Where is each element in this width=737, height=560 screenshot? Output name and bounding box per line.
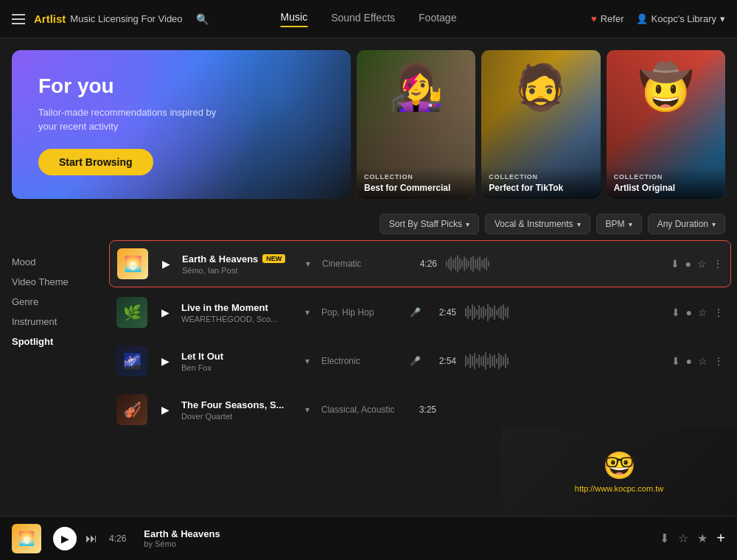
track-thumbnail: 🎻 <box>116 394 147 425</box>
expand-icon[interactable]: ▾ <box>305 307 310 318</box>
download-icon[interactable]: ⬇ <box>671 258 680 270</box>
sidebar-item-video-theme[interactable]: Video Theme <box>12 272 91 292</box>
track-genre: Pop, Hip Hop <box>321 307 410 318</box>
track-artist: Dover Quartet <box>181 412 299 421</box>
more-options-icon[interactable]: ⋮ <box>713 307 724 318</box>
add-to-collection-icon[interactable]: ● <box>686 355 692 367</box>
player-title: Earth & Heavens <box>144 528 220 539</box>
brand-name: Artlist <box>34 13 66 25</box>
tab-music[interactable]: Music <box>281 11 308 27</box>
track-row[interactable]: 🌿 ▶ Live in the Moment WEARETHEGOOD, Sco… <box>109 289 731 336</box>
sidebar-item-spotlight[interactable]: Spotlight <box>12 332 91 351</box>
bpm-filter[interactable]: BPM ▾ <box>596 214 642 234</box>
collection-badge-1: COLLECTION <box>364 173 468 181</box>
player-right: ⬇ ☆ ★ + <box>660 530 725 547</box>
collection-card-2[interactable]: COLLECTION Perfect for TikTok <box>481 50 600 199</box>
chevron-down-icon: ▾ <box>577 220 581 228</box>
track-row[interactable]: 🎻 ▶ The Four Seasons, S... Dover Quartet… <box>109 386 731 433</box>
collection-name-2: Perfect for TikTok <box>489 183 593 193</box>
collection-name-3: Artlist Original <box>614 183 718 193</box>
sidebar-item-genre[interactable]: Genre <box>12 292 91 312</box>
player-time: 4:26 <box>109 533 126 544</box>
track-row[interactable]: 🌌 ▶ Let It Out Ben Fox ▾ Electronic 🎤 2:… <box>109 337 731 385</box>
sidebar-item-mood[interactable]: Mood <box>12 252 91 272</box>
sort-filter[interactable]: Sort By Staff Picks ▾ <box>380 214 479 234</box>
player-artist: by Sémo <box>144 539 220 548</box>
sidebar: Mood Video Theme Genre Instrument Spotli… <box>0 240 103 516</box>
vocal-instruments-filter[interactable]: Vocal & Instruments ▾ <box>485 214 590 234</box>
refer-button[interactable]: ♥ Refer <box>591 13 624 24</box>
track-row[interactable]: 🌅 ▶ Earth & Heavens NEW Sémo, Ian Post ▾… <box>109 240 731 287</box>
favorite-icon[interactable]: ☆ <box>697 258 707 270</box>
bottom-player: 🌅 ▶ ⏭ 4:26 Earth & Heavens by Sémo ⬇ ☆ ★… <box>0 516 737 560</box>
player-add-icon[interactable]: + <box>716 530 725 547</box>
more-options-icon[interactable]: ⋮ <box>713 355 724 367</box>
download-icon[interactable]: ⬇ <box>671 355 680 367</box>
player-skip-icon[interactable]: ⏭ <box>85 532 97 545</box>
waveform <box>446 253 505 274</box>
track-title: The Four Seasons, S... <box>181 399 299 410</box>
player-thumbnail: 🌅 <box>12 524 41 553</box>
expand-icon[interactable]: ▾ <box>305 405 310 415</box>
chevron-down-icon: ▾ <box>629 220 632 228</box>
track-genre: Cinematic <box>322 259 411 269</box>
collection-label-2: COLLECTION Perfect for TikTok <box>481 167 600 199</box>
menu-icon[interactable] <box>12 14 25 24</box>
hero-section: For you Tailor-made recommendations insp… <box>0 38 737 208</box>
track-thumbnail: 🌌 <box>116 346 147 377</box>
sidebar-item-instrument[interactable]: Instrument <box>12 312 91 332</box>
more-options-icon[interactable]: ⋮ <box>713 258 723 270</box>
player-info: Earth & Heavens by Sémo <box>144 528 220 548</box>
duration-filter[interactable]: Any Duration ▾ <box>648 214 725 234</box>
chevron-down-icon: ▾ <box>712 220 716 228</box>
chevron-down-icon: ▾ <box>720 13 725 24</box>
add-to-collection-icon[interactable]: ● <box>685 258 691 270</box>
track-artist: Ben Fox <box>181 363 299 372</box>
start-browsing-button[interactable]: Start Browsing <box>38 149 153 175</box>
track-duration: 3:25 <box>410 405 436 415</box>
brand-tagline: Music Licensing For Video <box>70 13 182 24</box>
hero-card: For you Tailor-made recommendations insp… <box>12 50 351 199</box>
download-icon[interactable]: ⬇ <box>671 307 680 318</box>
collection-card-1[interactable]: COLLECTION Best for Commercial <box>357 50 475 199</box>
refer-label: Refer <box>601 13 624 24</box>
watermark-emoji: 🤓 <box>603 450 636 481</box>
tab-sound-effects[interactable]: Sound Effects <box>331 12 395 27</box>
add-to-collection-icon[interactable]: ● <box>686 307 692 318</box>
watermark: 🤓 http://www.kocpc.com.tw <box>501 427 737 516</box>
filter-bar: Sort By Staff Picks ▾ Vocal & Instrument… <box>0 208 737 240</box>
collection-label-3: COLLECTION Artlist Original <box>607 167 725 199</box>
play-button[interactable]: ▶ <box>155 399 175 420</box>
waveform <box>465 351 524 371</box>
play-button[interactable]: ▶ <box>156 253 176 274</box>
play-button[interactable]: ▶ <box>155 351 175 371</box>
top-navigation: Artlist Music Licensing For Video 🔍 Musi… <box>0 0 737 38</box>
player-play-button[interactable]: ▶ <box>53 527 77 550</box>
nav-right: ♥ Refer 👤 Kocpc's Library ▾ <box>591 13 725 24</box>
tab-footage[interactable]: Footage <box>419 12 456 27</box>
track-duration: 4:26 <box>411 259 437 269</box>
nav-tabs: Music Sound Effects Footage <box>281 11 457 27</box>
user-menu[interactable]: 👤 Kocpc's Library ▾ <box>636 13 725 24</box>
expand-icon[interactable]: ▾ <box>305 356 310 366</box>
favorite-icon[interactable]: ☆ <box>698 307 708 318</box>
collection-cards: COLLECTION Best for Commercial COLLECTIO… <box>357 50 725 199</box>
brand: Artlist Music Licensing For Video <box>34 13 183 25</box>
player-download-icon[interactable]: ⬇ <box>660 531 669 545</box>
track-duration: 2:45 <box>430 307 456 318</box>
search-icon[interactable]: 🔍 <box>196 13 209 25</box>
player-favorite-icon[interactable]: ☆ <box>678 531 688 545</box>
player-star-icon[interactable]: ★ <box>697 531 708 545</box>
nav-left: Artlist Music Licensing For Video 🔍 <box>12 13 209 25</box>
collection-badge-3: COLLECTION <box>614 173 718 181</box>
track-artist: WEARETHEGOOD, Sco... <box>181 315 299 323</box>
play-button[interactable]: ▶ <box>155 302 175 323</box>
collection-card-3[interactable]: COLLECTION Artlist Original <box>607 50 725 199</box>
favorite-icon[interactable]: ☆ <box>698 355 708 367</box>
expand-icon[interactable]: ▾ <box>306 259 310 269</box>
track-genre: Classical, Acoustic <box>321 405 410 415</box>
collection-label-1: COLLECTION Best for Commercial <box>357 167 475 199</box>
user-label: Kocpc's Library <box>652 13 716 24</box>
track-actions: ⬇ ● ☆ ⋮ <box>671 258 723 270</box>
track-artist: Sémo, Ian Post <box>182 266 300 275</box>
